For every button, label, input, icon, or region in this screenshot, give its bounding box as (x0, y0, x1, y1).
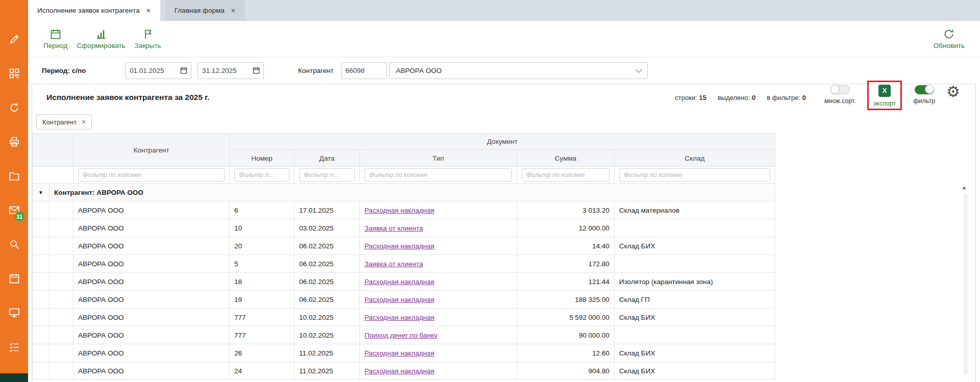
table-row[interactable]: АВРОРА ООО 777 10.02.2025 Приход денег п… (33, 326, 775, 344)
cell-warehouse: Склад БИХ (615, 309, 775, 326)
mail-icon[interactable]: 31 (8, 204, 20, 216)
cell-contragent: АВРОРА ООО (74, 362, 230, 380)
scrollbar-up-icon[interactable]: ▲ (962, 185, 967, 190)
print-icon[interactable] (8, 136, 20, 148)
vertical-scrollbar[interactable] (964, 194, 968, 375)
cell-warehouse: Склад БИХ (615, 237, 775, 255)
document-link[interactable]: Расходная накладная (364, 367, 434, 375)
cell-date: 10.02.2025 (295, 326, 360, 344)
column-header-number[interactable]: Номер (230, 150, 295, 167)
close-icon[interactable]: ✕ (231, 7, 236, 14)
cell-sum: 904.80 (517, 362, 615, 380)
row-select-cell (50, 326, 74, 344)
column-filter-contragent[interactable] (78, 168, 225, 182)
refresh-button-label: Обновить (934, 42, 965, 49)
document-link[interactable]: Приход денег по банку (364, 332, 437, 339)
cell-contragent: АВРОРА ООО (74, 291, 230, 309)
close-icon[interactable]: ✕ (146, 7, 151, 14)
flag-icon (142, 28, 154, 40)
date-to-field (198, 62, 264, 79)
column-filter-number[interactable] (234, 168, 289, 182)
generate-button[interactable]: Сформировать (77, 28, 125, 49)
document-link[interactable]: Расходная накладная (364, 242, 434, 250)
multisort-toggle-control[interactable]: множ.сорт. (824, 85, 856, 105)
table-row[interactable]: АВРОРА ООО 18 06.02.2025 Расходная накла… (33, 273, 775, 291)
document-link[interactable]: Расходная накладная (364, 296, 434, 303)
table-row[interactable]: АВРОРА ООО 20 06.02.2025 Расходная накла… (33, 237, 775, 255)
cell-number: 20 (230, 237, 295, 255)
contragent-code-input[interactable] (341, 62, 387, 79)
toggle-knob (830, 85, 840, 94)
tab-report[interactable]: Исполнение заявок контрагента ✕ (28, 0, 160, 21)
column-filter-type[interactable] (364, 168, 512, 182)
report-title-row: Исполнение заявок контрагента за 2025 г.… (32, 84, 975, 111)
close-icon[interactable]: ✕ (81, 119, 86, 125)
column-header-sum[interactable]: Сумма (517, 150, 615, 167)
group-row[interactable]: ▼ Контрагент: АВРОРА ООО (33, 184, 775, 201)
report-controls: множ.сорт. X экспорт фильтр ⚙ (824, 85, 960, 110)
table-row[interactable]: АВРОРА ООО 19 06.02.2025 Расходная накла… (33, 291, 775, 309)
tab-main-form[interactable]: Главная форма ✕ (165, 0, 245, 21)
cell-number: 777 (230, 309, 295, 326)
folder-icon[interactable] (8, 170, 20, 182)
tasks-icon[interactable] (8, 341, 20, 353)
gear-icon[interactable]: ⚙ (946, 84, 960, 99)
filter-toggle[interactable] (915, 85, 934, 94)
group-expander[interactable]: ▼ (33, 184, 50, 201)
document-link[interactable]: Расходная накладная (364, 207, 434, 214)
column-header-warehouse[interactable]: Склад (615, 150, 775, 167)
column-header-type[interactable]: Тип (360, 150, 517, 167)
filter-cell (360, 167, 517, 184)
app-sidebar: 31 (0, 0, 28, 382)
cell-sum: 172.80 (517, 255, 615, 273)
column-header-date[interactable]: Дата (295, 150, 360, 167)
cell-contragent: АВРОРА ООО (74, 201, 230, 219)
table-row[interactable]: АВРОРА ООО 10 03.02.2025 Заявка от клиен… (33, 219, 775, 237)
table-row[interactable]: АВРОРА ООО 6 17.01.2025 Расходная наклад… (33, 201, 775, 219)
qr-code-icon[interactable] (8, 67, 20, 80)
column-filter-sum[interactable] (522, 168, 609, 182)
export-control[interactable]: X экспорт (873, 85, 896, 107)
cell-number: 6 (230, 201, 295, 219)
stat-rows: строки: 15 (675, 94, 706, 101)
document-link[interactable]: Расходная накладная (364, 349, 434, 357)
cell-date: 11.02.2025 (295, 362, 360, 380)
edit-icon[interactable] (8, 33, 20, 45)
search-icon[interactable] (8, 238, 20, 250)
filter-toggle-control[interactable]: фильтр (913, 85, 935, 105)
cell-contragent: АВРОРА ООО (74, 219, 230, 237)
column-filter-warehouse[interactable] (619, 168, 770, 182)
column-header-contragent[interactable]: Контрагент (74, 134, 230, 167)
calendar-icon[interactable] (252, 66, 260, 74)
excel-export-icon[interactable]: X (878, 85, 891, 97)
cell-warehouse: Склад БИХ (615, 362, 775, 380)
document-link[interactable]: Расходная накладная (364, 278, 434, 286)
cell-sum: 90 000.00 (517, 326, 615, 344)
grouping-chip[interactable]: Контрагент ✕ (36, 114, 92, 130)
document-link[interactable]: Расходная накладная (364, 314, 434, 321)
table-row[interactable]: АВРОРА ООО 5 06.02.2025 Заявка от клиент… (33, 255, 775, 273)
document-link[interactable]: Заявка от клиента (364, 260, 423, 268)
filter-cell (74, 167, 230, 184)
period-button[interactable]: Период (43, 28, 67, 49)
sync-icon[interactable] (8, 101, 20, 114)
refresh-button[interactable]: Обновить (934, 28, 965, 49)
table-row[interactable]: АВРОРА ООО 26 11.02.2025 Расходная накла… (33, 344, 775, 362)
export-label: экспорт (873, 100, 896, 107)
cell-type: Расходная накладная (360, 362, 517, 380)
close-form-button[interactable]: Закрыть (135, 28, 161, 49)
cell-date: 11.02.2025 (295, 344, 360, 362)
table-row[interactable]: АВРОРА ООО 777 10.02.2025 Расходная накл… (33, 309, 775, 326)
cell-sum: 5 592 000.00 (517, 309, 615, 326)
report-table: Контрагент Документ Номер Дата Тип Сумма… (32, 133, 775, 380)
calendar-icon[interactable] (180, 66, 188, 74)
calendar-icon[interactable] (8, 272, 20, 285)
multisort-toggle[interactable] (830, 85, 850, 94)
monitor-icon[interactable] (8, 307, 20, 319)
contragent-select[interactable]: АВРОРА ООО (389, 62, 648, 79)
table-row[interactable]: АВРОРА ООО 24 11.02.2025 Расходная накла… (33, 362, 775, 380)
document-link[interactable]: Заявка от клиента (364, 224, 423, 232)
cell-contragent: АВРОРА ООО (74, 344, 230, 362)
refresh-icon (943, 28, 955, 40)
column-filter-date[interactable] (299, 168, 355, 182)
